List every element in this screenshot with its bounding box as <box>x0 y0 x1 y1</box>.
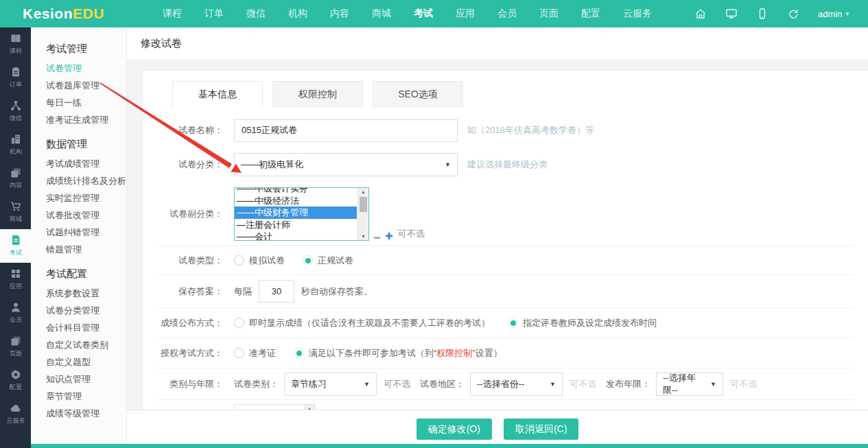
region-listbox[interactable]: 天津市 ▲ <box>234 404 315 410</box>
radio-checked-icon[interactable] <box>303 255 313 266</box>
scrollbar-thumb[interactable] <box>360 197 367 212</box>
desktop-icon[interactable] <box>725 8 738 20</box>
menu-item-config[interactable]: 配置 <box>581 8 600 20</box>
paper-category-label: 试卷分类： <box>157 158 223 171</box>
paper-type-select[interactable]: 章节练习 ▼ <box>284 373 377 396</box>
confirm-button[interactable]: 确定修改(O) <box>417 418 492 440</box>
radio-teacher-scheduled[interactable]: 指定评卷教师及设定成绩发布时间 <box>508 317 657 329</box>
sidebar-item-ranking-analysis[interactable]: 成绩统计排名及分析 <box>46 172 126 189</box>
rail-item-orgs[interactable]: 机构 <box>0 128 31 162</box>
paper-name-input[interactable] <box>234 119 458 142</box>
layers-icon <box>10 335 21 346</box>
radio-label: 模拟试卷 <box>249 255 285 267</box>
menu-item-mall[interactable]: 商城 <box>372 8 391 20</box>
listbox-scrollbar[interactable]: ▲ ▼ <box>357 188 368 240</box>
user-name: admin <box>818 9 842 19</box>
scroll-down-icon[interactable]: ▼ <box>358 234 368 239</box>
publish-year-select[interactable]: --选择年限-- ▼ <box>656 373 723 396</box>
tab-basic-info[interactable]: 基本信息 <box>172 81 263 107</box>
menu-item-exam[interactable]: 考试 <box>414 8 433 20</box>
listbox-option[interactable]: ——中级经济法 <box>235 195 357 207</box>
tab-seo-options[interactable]: SEO选项 <box>373 81 463 107</box>
rail-item-apps[interactable]: 应用 <box>0 263 31 296</box>
add-category-icon[interactable]: ✚ <box>385 231 393 241</box>
menu-item-courses[interactable]: 课程 <box>163 8 182 20</box>
rail-item-courses[interactable]: 课程 <box>0 27 31 61</box>
rail-item-exam[interactable]: 考试 <box>0 229 31 263</box>
sidebar-item-accounting-subject[interactable]: 会计科目管理 <box>46 319 126 336</box>
listbox-option-selected[interactable]: ——中级财务管理 <box>235 207 357 219</box>
sidebar-item-chapter-mgmt[interactable]: 章节管理 <box>46 388 126 405</box>
rail-item-label: 考试 <box>9 248 21 257</box>
rail-item-mall[interactable]: 商城 <box>0 196 31 229</box>
scroll-up-icon[interactable]: ▲ <box>305 406 314 410</box>
rail-item-members[interactable]: 会员 <box>0 296 31 330</box>
listbox-option[interactable]: —注册会计师 <box>235 219 357 231</box>
sidebar-item-paper-mgmt[interactable]: 试卷管理 <box>46 60 126 77</box>
rail-item-pages[interactable]: 页面 <box>0 330 31 364</box>
sidebar-item-system-params[interactable]: 系统参数设置 <box>46 285 126 302</box>
sidebar-item-custom-paper-type[interactable]: 自定义试卷类别 <box>46 336 126 353</box>
sidebar-item-paper-category[interactable]: 试卷分类管理 <box>46 302 126 319</box>
sidebar-item-wrong-questions[interactable]: 错题管理 <box>46 241 126 258</box>
menu-item-content[interactable]: 内容 <box>330 8 349 20</box>
radio-icon[interactable] <box>234 348 244 358</box>
refresh-icon[interactable] <box>787 8 799 20</box>
radio-icon[interactable] <box>234 318 244 328</box>
menu-item-pages[interactable]: 页面 <box>539 8 559 20</box>
radio-instant-score[interactable]: 即时显示成绩（仅适合没有主观题及不需要人工评卷的考试） <box>234 317 490 329</box>
sidebar-item-admission-ticket[interactable]: 准考证生成管理 <box>46 111 126 128</box>
sidebar-item-question-bank[interactable]: 试卷题库管理 <box>46 77 126 94</box>
remove-category-icon[interactable]: ▬ <box>374 233 380 241</box>
save-interval-input[interactable] <box>259 280 294 303</box>
listbox-option[interactable]: ——中级会计实务 <box>235 187 357 195</box>
radio-checked-icon[interactable] <box>508 318 518 328</box>
listbox-option[interactable]: ——会计 <box>235 231 357 241</box>
menu-item-members[interactable]: 会员 <box>497 8 517 20</box>
radio-condition-access[interactable]: 满足以下条件即可参加考试（到“权限控制”设置） <box>294 347 502 359</box>
sidebar-item-error-correction[interactable]: 试题纠错管理 <box>46 224 126 241</box>
menu-item-cloud[interactable]: 云服务 <box>623 8 652 20</box>
app-logo[interactable]: KesionEDU <box>0 5 127 22</box>
sidebar-item-knowledge-points[interactable]: 知识点管理 <box>46 370 126 388</box>
radio-icon[interactable] <box>234 255 244 266</box>
region-scrollbar[interactable]: ▲ <box>304 405 314 410</box>
radio-admission-ticket[interactable]: 准考证 <box>234 347 276 359</box>
menu-item-wechat[interactable]: 微信 <box>246 8 266 20</box>
tab-permission-control[interactable]: 权限控制 <box>272 81 363 107</box>
home-icon[interactable] <box>694 8 707 20</box>
rail-item-label: 配置 <box>9 383 21 392</box>
radio-mock-paper[interactable]: 模拟试卷 <box>234 255 285 267</box>
cancel-button[interactable]: 取消返回(C) <box>504 418 578 440</box>
sidebar-item-daily-practice[interactable]: 每日一练 <box>46 94 126 111</box>
page-title: 修改试卷 <box>141 37 182 50</box>
menu-item-orders[interactable]: 订单 <box>204 8 224 20</box>
sidebar-item-marking-mgmt[interactable]: 试卷批改管理 <box>46 207 126 224</box>
sidebar-item-score-mgmt[interactable]: 考试成绩管理 <box>46 155 126 172</box>
rail-item-wechat[interactable]: 微信 <box>0 95 31 128</box>
content-pages-icon <box>10 167 21 178</box>
sidebar-item-custom-question-type[interactable]: 自定义题型 <box>46 353 126 370</box>
book-icon <box>10 33 21 44</box>
save-answer-prefix: 每隔 <box>234 285 252 298</box>
tab-bar: 基本信息 权限控制 SEO选项 <box>172 81 854 107</box>
rail-item-cloud[interactable]: 云服务 <box>0 397 31 431</box>
paper-region-select[interactable]: --选择省份-- ▼ <box>470 373 563 396</box>
paper-category-select[interactable]: ——初级电算化 ▼ <box>234 153 458 176</box>
scroll-up-icon[interactable]: ▲ <box>358 189 368 194</box>
sidebar-item-grade-level[interactable]: 成绩等级管理 <box>46 405 126 422</box>
mobile-icon[interactable] <box>756 8 769 20</box>
rail-item-orders[interactable]: 订单 <box>0 61 31 95</box>
radio-formal-paper[interactable]: 正规试卷 <box>303 255 353 267</box>
subcategory-listbox[interactable]: ——中级会计实务 ——中级经济法 ——中级财务管理 —注册会计师 ——会计 ▲ … <box>234 187 369 241</box>
radio-checked-icon[interactable] <box>294 348 304 358</box>
permission-control-link[interactable]: 权限控制 <box>436 348 472 358</box>
row-save-answer: 保存答案： 每隔 秒自动保存答案。 <box>157 274 854 307</box>
rail-item-content[interactable]: 内容 <box>0 162 31 196</box>
menu-item-apps[interactable]: 应用 <box>456 8 475 20</box>
rail-item-config[interactable]: 配置 <box>0 364 31 397</box>
sidebar-item-monitor-mgmt[interactable]: 实时监控管理 <box>46 189 126 207</box>
menu-item-orgs[interactable]: 机构 <box>288 8 307 20</box>
user-menu[interactable]: admin ▾ <box>818 9 849 19</box>
row-paper-category: 试卷分类： ——初级电算化 ▼ 建议选择最终级分类 <box>157 147 854 182</box>
